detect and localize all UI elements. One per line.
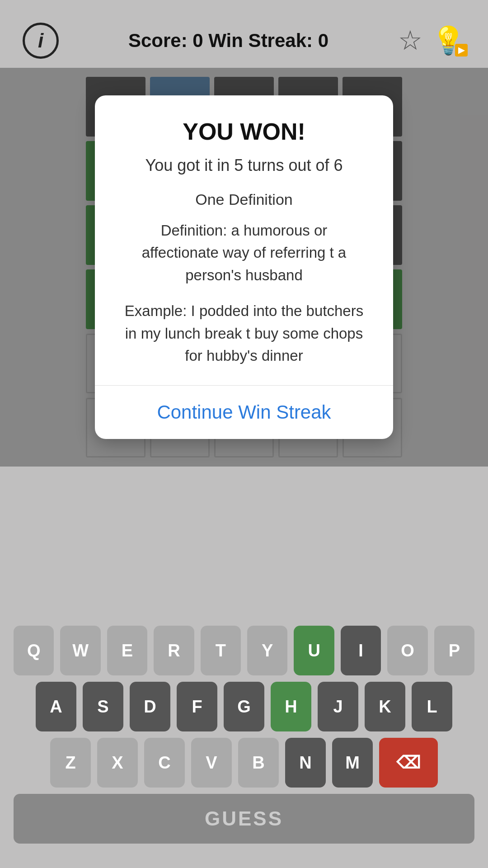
- hint-icon-wrapper[interactable]: 💡 ▶: [432, 27, 465, 54]
- header-icons: ☆ 💡 ▶: [398, 27, 465, 54]
- keyboard-row-1: QWERTYUIOP: [14, 626, 474, 675]
- key-m[interactable]: M: [332, 738, 373, 788]
- key-a[interactable]: A: [36, 682, 76, 731]
- modal-definition-header: One Definition: [122, 191, 366, 208]
- keyboard: QWERTYUIOP ASDFGHJKL ZXCVBNM⌫ GUESS: [0, 617, 488, 868]
- score-display: Score: 0 Win Streak: 0: [128, 30, 328, 52]
- header: i Score: 0 Win Streak: 0 ☆ 💡 ▶: [0, 0, 488, 68]
- key-g[interactable]: G: [224, 682, 264, 731]
- key-k[interactable]: K: [365, 682, 405, 731]
- key-w[interactable]: W: [60, 626, 100, 675]
- key-x[interactable]: X: [97, 738, 138, 788]
- modal-example: Example: I podded into the butchers in m…: [122, 300, 366, 367]
- key-o[interactable]: O: [387, 626, 427, 675]
- modal-definition: Definition: a humorous or affectionate w…: [122, 219, 366, 287]
- key-e[interactable]: E: [107, 626, 147, 675]
- key-⌫[interactable]: ⌫: [379, 738, 438, 788]
- key-i[interactable]: I: [341, 626, 381, 675]
- key-c[interactable]: C: [144, 738, 185, 788]
- keyboard-row-guess: GUESS: [14, 794, 474, 844]
- game-area: THEIRHOLDSHNHY YOU WON! You got it in 5 …: [0, 68, 488, 467]
- key-p[interactable]: P: [434, 626, 474, 675]
- key-s[interactable]: S: [83, 682, 123, 731]
- key-f[interactable]: F: [177, 682, 217, 731]
- modal-subtitle: You got it in 5 turns out of 6: [122, 154, 366, 177]
- key-y[interactable]: Y: [247, 626, 287, 675]
- key-d[interactable]: D: [130, 682, 170, 731]
- modal-overlay: YOU WON! You got it in 5 turns out of 6 …: [0, 68, 488, 467]
- key-u[interactable]: U: [294, 626, 334, 675]
- key-t[interactable]: T: [201, 626, 241, 675]
- continue-win-streak-button[interactable]: Continue Win Streak: [122, 386, 366, 439]
- win-modal: YOU WON! You got it in 5 turns out of 6 …: [95, 95, 393, 439]
- key-b[interactable]: B: [238, 738, 279, 788]
- bulb-badge: ▶: [455, 44, 468, 57]
- info-icon[interactable]: i: [23, 23, 59, 59]
- key-q[interactable]: Q: [14, 626, 54, 675]
- modal-title: YOU WON!: [122, 118, 366, 145]
- key-n[interactable]: N: [285, 738, 326, 788]
- key-z[interactable]: Z: [50, 738, 91, 788]
- keyboard-row-3: ZXCVBNM⌫: [14, 738, 474, 788]
- key-j[interactable]: J: [318, 682, 358, 731]
- key-l[interactable]: L: [412, 682, 452, 731]
- guess-button[interactable]: GUESS: [14, 794, 474, 844]
- key-h[interactable]: H: [271, 682, 311, 731]
- key-r[interactable]: R: [154, 626, 194, 675]
- keyboard-row-2: ASDFGHJKL: [14, 682, 474, 731]
- star-icon[interactable]: ☆: [398, 27, 422, 54]
- key-v[interactable]: V: [191, 738, 232, 788]
